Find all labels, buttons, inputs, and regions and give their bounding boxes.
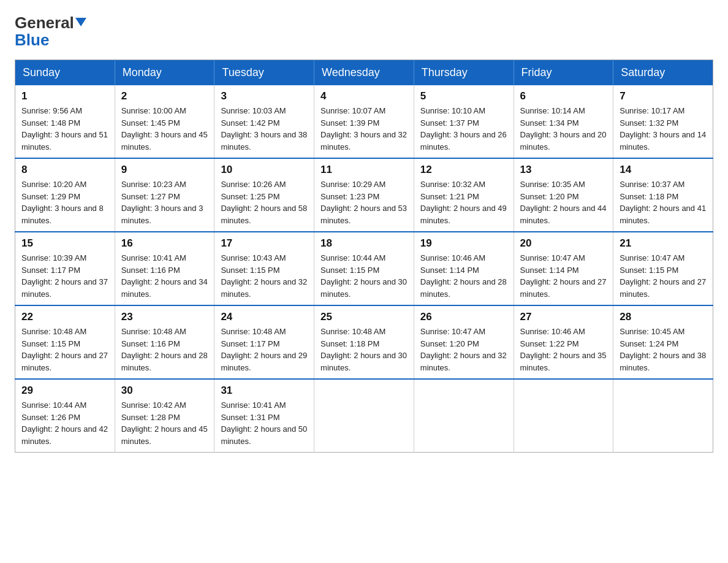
day-info: Sunrise: 10:23 AM Sunset: 1:27 PM Daylig…: [121, 178, 208, 226]
day-number: 17: [221, 237, 308, 250]
day-info: Sunrise: 10:48 AM Sunset: 1:18 PM Daylig…: [320, 326, 408, 373]
day-cell: 11 Sunrise: 10:29 AM Sunset: 1:23 PM Day…: [314, 158, 414, 232]
day-cell: [414, 379, 514, 453]
day-cell: 21 Sunrise: 10:47 AM Sunset: 1:15 PM Day…: [613, 232, 713, 305]
day-number: 4: [320, 90, 408, 102]
day-info: Sunrise: 10:37 AM Sunset: 1:18 PM Daylig…: [620, 178, 707, 226]
day-info: Sunrise: 10:44 AM Sunset: 1:26 PM Daylig…: [21, 399, 108, 447]
week-row-4: 22 Sunrise: 10:48 AM Sunset: 1:15 PM Day…: [15, 305, 713, 379]
day-number: 13: [520, 164, 607, 176]
day-cell: 12 Sunrise: 10:32 AM Sunset: 1:21 PM Day…: [414, 158, 514, 232]
day-cell: 13 Sunrise: 10:35 AM Sunset: 1:20 PM Day…: [514, 158, 613, 232]
day-number: 9: [121, 164, 208, 176]
day-cell: 4 Sunrise: 10:07 AM Sunset: 1:39 PM Dayl…: [314, 85, 414, 158]
day-info: Sunrise: 10:48 AM Sunset: 1:17 PM Daylig…: [221, 326, 308, 373]
day-number: 20: [520, 237, 607, 250]
day-number: 3: [221, 90, 308, 102]
day-cell: 29 Sunrise: 10:44 AM Sunset: 1:26 PM Day…: [15, 379, 115, 453]
day-cell: 9 Sunrise: 10:23 AM Sunset: 1:27 PM Dayl…: [115, 158, 214, 232]
day-cell: 23 Sunrise: 10:48 AM Sunset: 1:16 PM Day…: [115, 305, 214, 379]
weekday-header-friday: Friday: [514, 60, 613, 86]
day-cell: 24 Sunrise: 10:48 AM Sunset: 1:17 PM Day…: [214, 305, 314, 379]
day-info: Sunrise: 9:56 AM Sunset: 1:48 PM Dayligh…: [21, 105, 108, 153]
day-number: 18: [320, 237, 408, 250]
day-cell: [613, 379, 713, 453]
day-cell: 7 Sunrise: 10:17 AM Sunset: 1:32 PM Dayl…: [613, 85, 713, 158]
day-info: Sunrise: 10:07 AM Sunset: 1:39 PM Daylig…: [320, 105, 408, 153]
day-info: Sunrise: 10:00 AM Sunset: 1:45 PM Daylig…: [121, 105, 208, 153]
day-cell: 25 Sunrise: 10:48 AM Sunset: 1:18 PM Day…: [314, 305, 414, 379]
day-number: 8: [21, 164, 108, 176]
day-number: 21: [620, 237, 707, 250]
day-info: Sunrise: 10:47 AM Sunset: 1:20 PM Daylig…: [420, 326, 507, 373]
day-number: 11: [320, 164, 408, 176]
day-number: 30: [121, 385, 208, 397]
day-number: 27: [520, 311, 607, 323]
day-cell: 19 Sunrise: 10:46 AM Sunset: 1:14 PM Day…: [414, 232, 514, 305]
day-info: Sunrise: 10:14 AM Sunset: 1:34 PM Daylig…: [520, 105, 607, 153]
day-info: Sunrise: 10:45 AM Sunset: 1:24 PM Daylig…: [620, 326, 707, 373]
day-info: Sunrise: 10:47 AM Sunset: 1:14 PM Daylig…: [520, 252, 607, 300]
day-info: Sunrise: 10:29 AM Sunset: 1:23 PM Daylig…: [320, 178, 408, 226]
day-cell: 22 Sunrise: 10:48 AM Sunset: 1:15 PM Day…: [15, 305, 115, 379]
day-number: 15: [21, 237, 108, 250]
week-row-3: 15 Sunrise: 10:39 AM Sunset: 1:17 PM Day…: [15, 232, 713, 305]
weekday-header-thursday: Thursday: [414, 60, 514, 86]
day-cell: 15 Sunrise: 10:39 AM Sunset: 1:17 PM Day…: [15, 232, 115, 305]
day-number: 22: [21, 311, 108, 323]
day-cell: 8 Sunrise: 10:20 AM Sunset: 1:29 PM Dayl…: [15, 158, 115, 232]
day-cell: 1 Sunrise: 9:56 AM Sunset: 1:48 PM Dayli…: [15, 85, 115, 158]
day-number: 14: [620, 164, 707, 176]
day-number: 10: [221, 164, 308, 176]
day-number: 19: [420, 237, 507, 250]
day-info: Sunrise: 10:32 AM Sunset: 1:21 PM Daylig…: [420, 178, 507, 226]
weekday-header-wednesday: Wednesday: [314, 60, 414, 86]
day-cell: 16 Sunrise: 10:41 AM Sunset: 1:16 PM Day…: [115, 232, 214, 305]
day-info: Sunrise: 10:35 AM Sunset: 1:20 PM Daylig…: [520, 178, 607, 226]
day-cell: 10 Sunrise: 10:26 AM Sunset: 1:25 PM Day…: [214, 158, 314, 232]
day-number: 29: [21, 385, 108, 397]
day-number: 31: [221, 385, 308, 397]
day-cell: 20 Sunrise: 10:47 AM Sunset: 1:14 PM Day…: [514, 232, 613, 305]
logo-text: General: [15, 15, 86, 31]
day-number: 25: [320, 311, 408, 323]
logo-general: General: [15, 13, 74, 32]
day-number: 7: [620, 90, 707, 102]
day-number: 6: [520, 90, 607, 102]
day-info: Sunrise: 10:10 AM Sunset: 1:37 PM Daylig…: [420, 105, 507, 153]
day-cell: 6 Sunrise: 10:14 AM Sunset: 1:34 PM Dayl…: [514, 85, 613, 158]
day-info: Sunrise: 10:41 AM Sunset: 1:16 PM Daylig…: [121, 252, 208, 300]
day-info: Sunrise: 10:44 AM Sunset: 1:15 PM Daylig…: [320, 252, 408, 300]
weekday-header-sunday: Sunday: [15, 60, 115, 86]
day-info: Sunrise: 10:43 AM Sunset: 1:15 PM Daylig…: [221, 252, 308, 300]
day-cell: 17 Sunrise: 10:43 AM Sunset: 1:15 PM Day…: [214, 232, 314, 305]
day-number: 28: [620, 311, 707, 323]
calendar-table: SundayMondayTuesdayWednesdayThursdayFrid…: [15, 59, 713, 453]
logo: General Blue: [15, 15, 86, 50]
day-info: Sunrise: 10:47 AM Sunset: 1:15 PM Daylig…: [620, 252, 707, 300]
day-info: Sunrise: 10:41 AM Sunset: 1:31 PM Daylig…: [221, 399, 308, 447]
day-info: Sunrise: 10:48 AM Sunset: 1:15 PM Daylig…: [21, 326, 108, 373]
day-number: 24: [221, 311, 308, 323]
day-info: Sunrise: 10:20 AM Sunset: 1:29 PM Daylig…: [21, 178, 108, 226]
day-cell: 27 Sunrise: 10:46 AM Sunset: 1:22 PM Day…: [514, 305, 613, 379]
day-cell: 31 Sunrise: 10:41 AM Sunset: 1:31 PM Day…: [214, 379, 314, 453]
day-number: 16: [121, 237, 208, 250]
logo-blue: Blue: [15, 31, 49, 50]
day-info: Sunrise: 10:17 AM Sunset: 1:32 PM Daylig…: [620, 105, 707, 153]
day-info: Sunrise: 10:48 AM Sunset: 1:16 PM Daylig…: [121, 326, 208, 373]
day-cell: [314, 379, 414, 453]
day-info: Sunrise: 10:03 AM Sunset: 1:42 PM Daylig…: [221, 105, 308, 153]
day-info: Sunrise: 10:42 AM Sunset: 1:28 PM Daylig…: [121, 399, 208, 447]
weekday-header-tuesday: Tuesday: [214, 60, 314, 86]
weekday-header-saturday: Saturday: [613, 60, 713, 86]
day-cell: 14 Sunrise: 10:37 AM Sunset: 1:18 PM Day…: [613, 158, 713, 232]
logo-triangle-icon: [75, 18, 86, 26]
day-cell: [514, 379, 613, 453]
day-number: 26: [420, 311, 507, 323]
day-number: 23: [121, 311, 208, 323]
week-row-5: 29 Sunrise: 10:44 AM Sunset: 1:26 PM Day…: [15, 379, 713, 453]
day-info: Sunrise: 10:46 AM Sunset: 1:14 PM Daylig…: [420, 252, 507, 300]
day-info: Sunrise: 10:39 AM Sunset: 1:17 PM Daylig…: [21, 252, 108, 300]
week-row-2: 8 Sunrise: 10:20 AM Sunset: 1:29 PM Dayl…: [15, 158, 713, 232]
